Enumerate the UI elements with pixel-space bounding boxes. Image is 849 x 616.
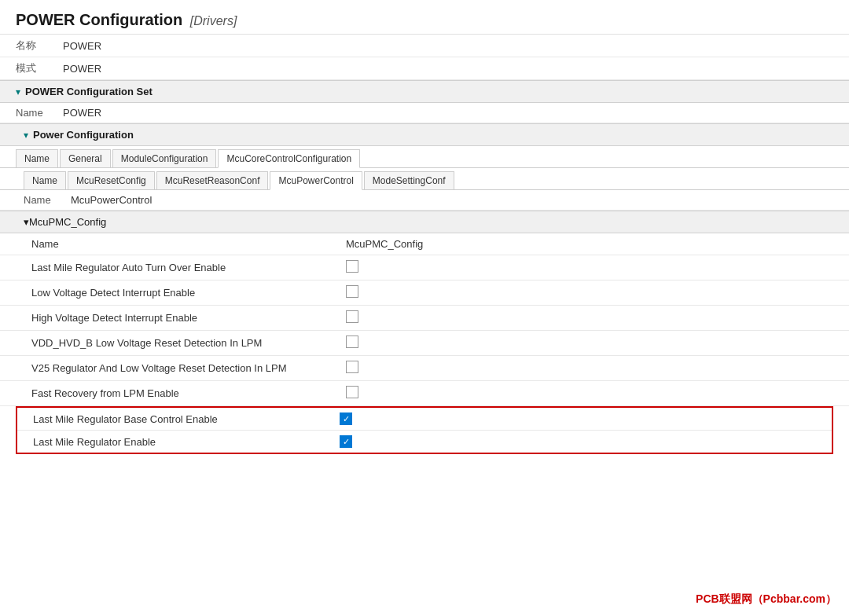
- section1-name-value: POWER: [63, 107, 101, 119]
- tabs-row1: Name General ModuleConfiguration McuCore…: [0, 146, 849, 168]
- tab-mcu-core-control[interactable]: McuCoreControlConfiguration: [218, 149, 360, 168]
- mode-value: POWER: [63, 63, 101, 75]
- table-row: High Voltage Detect Interrupt Enable: [0, 306, 849, 331]
- name-field-row: 名称 POWER: [0, 35, 849, 57]
- name-label: 名称: [16, 38, 63, 53]
- table-row: Low Voltage Detect Interrupt Enable: [0, 280, 849, 306]
- mode-label: 模式: [16, 61, 63, 75]
- section3-chevron-icon: ▾: [24, 216, 29, 228]
- checkbox-highlighted-2[interactable]: ✓: [340, 435, 352, 448]
- highlighted-label-1: Last Mile Regulator Base Control Enable: [33, 413, 340, 425]
- section3-header[interactable]: ▾ McuPMC_Config: [0, 211, 849, 233]
- section-mcu-pmc-config: ▾ McuPMC_Config Name McuPMC_Config Last …: [0, 211, 849, 454]
- row-label-2: Low Voltage Detect Interrupt Enable: [0, 280, 338, 306]
- inner-name-label: Name: [24, 194, 71, 206]
- section1-name-row: Name POWER: [0, 103, 849, 123]
- inner-tab-mode-setting[interactable]: ModeSettingConf: [364, 171, 454, 189]
- section2-header[interactable]: ▾ Power Configuration: [0, 123, 849, 146]
- tab-name[interactable]: Name: [16, 149, 58, 167]
- row-label-5: V25 Regulator And Low Voltage Reset Dete…: [0, 356, 338, 381]
- config-name-value: McuPMC_Config: [338, 233, 849, 255]
- title-text: POWER Configuration: [16, 11, 182, 28]
- checkbox-4[interactable]: [346, 336, 358, 348]
- highlighted-row-2: Last Mile Regulator Enable ✓: [17, 431, 832, 453]
- tab-module-config[interactable]: ModuleConfiguration: [112, 149, 217, 167]
- subtitle-text: [Drivers]: [190, 14, 237, 28]
- table-row: Fast Recovery from LPM Enable: [0, 381, 849, 406]
- checkbox-6[interactable]: [346, 386, 358, 398]
- table-row: VDD_HVD_B Low Voltage Reset Detection In…: [0, 331, 849, 356]
- tab-general[interactable]: General: [60, 149, 111, 167]
- section1-title: POWER Configuration Set: [25, 86, 153, 97]
- section1-name-label: Name: [16, 107, 63, 119]
- page-header: POWER Configuration [Drivers]: [0, 0, 849, 35]
- checkbox-1[interactable]: [346, 260, 358, 273]
- name-value: POWER: [63, 40, 101, 52]
- section1-chevron-icon: ▾: [16, 86, 20, 97]
- section3-title: McuPMC_Config: [29, 216, 106, 228]
- level3-name-row: Name McuPowerControl: [0, 190, 849, 211]
- checkmark-icon-2: ✓: [343, 437, 350, 447]
- inner-tab-mcu-reset-config[interactable]: McuResetConfig: [68, 171, 155, 189]
- checkbox-2[interactable]: [346, 285, 358, 298]
- highlighted-row-1: Last Mile Regulator Base Control Enable …: [17, 408, 832, 431]
- checkbox-5[interactable]: [346, 361, 358, 373]
- checkmark-icon-1: ✓: [343, 414, 350, 424]
- row-label-3: High Voltage Detect Interrupt Enable: [0, 306, 338, 331]
- row-label-6: Fast Recovery from LPM Enable: [0, 381, 338, 406]
- inner-tab-name[interactable]: Name: [24, 171, 66, 189]
- highlighted-section: Last Mile Regulator Base Control Enable …: [16, 406, 833, 454]
- config-name-label: Name: [0, 233, 338, 255]
- section2-title: Power Configuration: [33, 129, 134, 141]
- section1-content: Name POWER ▾ Power Configuration Name Ge…: [0, 103, 849, 454]
- section2-chevron-icon: ▾: [24, 130, 28, 141]
- highlighted-label-2: Last Mile Regulator Enable: [33, 436, 340, 448]
- mode-field-row: 模式 POWER: [0, 57, 849, 80]
- inner-tab-mcu-reset-reason[interactable]: McuResetReasonConf: [156, 171, 269, 189]
- page-title: POWER Configuration [Drivers]: [16, 11, 833, 29]
- inner-name-value: McuPowerControl: [71, 194, 152, 206]
- inner-tab-mcu-power-control[interactable]: McuPowerControl: [270, 171, 362, 190]
- section-power-configuration: ▾ Power Configuration Name General Modul…: [0, 123, 849, 454]
- checkbox-3[interactable]: [346, 310, 358, 323]
- config-name-row: Name McuPMC_Config: [0, 233, 849, 255]
- row-label-4: VDD_HVD_B Low Voltage Reset Detection In…: [0, 331, 338, 356]
- row-label-1: Last Mile Regulator Auto Turn Over Enabl…: [0, 255, 338, 280]
- main-container: POWER Configuration [Drivers] 名称 POWER 模…: [0, 0, 849, 616]
- watermark: PCB联盟网（Pcbbar.com）: [696, 592, 836, 607]
- section-power-config-set: ▾ POWER Configuration Set Name POWER ▾ P…: [0, 80, 849, 454]
- inner-tabs-row: Name McuResetConfig McuResetReasonConf M…: [0, 168, 849, 190]
- table-row: Last Mile Regulator Auto Turn Over Enabl…: [0, 255, 849, 280]
- section-power-config-set-header[interactable]: ▾ POWER Configuration Set: [0, 80, 849, 103]
- checkbox-highlighted-1[interactable]: ✓: [340, 412, 352, 425]
- table-row: V25 Regulator And Low Voltage Reset Dete…: [0, 356, 849, 381]
- config-table: Name McuPMC_Config Last Mile Regulator A…: [0, 233, 849, 406]
